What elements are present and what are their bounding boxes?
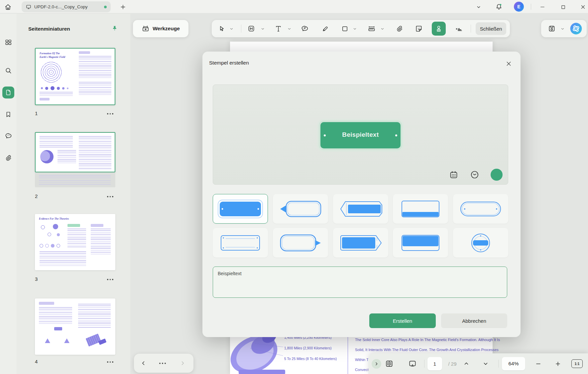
stamp-text-input[interactable] xyxy=(213,267,507,298)
previous-page-caret[interactable] xyxy=(461,353,472,374)
page-thumbnail-2-overflow[interactable] xyxy=(35,172,115,187)
page-thumbnail-2[interactable] xyxy=(35,132,115,172)
maximize-button[interactable] xyxy=(559,3,567,11)
pin-panel-button[interactable] xyxy=(110,24,119,33)
highlighter-tool[interactable] xyxy=(319,20,331,37)
page-icon xyxy=(5,89,12,96)
cancel-button[interactable]: Abbrechen xyxy=(441,313,507,328)
chevron-right-icon xyxy=(374,361,379,366)
stamp-color-swatch[interactable] xyxy=(491,169,503,181)
stamp-template-filled-pointed-right[interactable] xyxy=(333,228,388,258)
heading-style-tool[interactable] xyxy=(246,20,257,37)
rail-item-search[interactable] xyxy=(2,65,14,77)
save-options-chevron[interactable] xyxy=(558,20,566,37)
attachment-tool[interactable] xyxy=(394,20,405,37)
book-view-icon xyxy=(385,359,394,368)
two-page-view-button[interactable] xyxy=(383,353,396,374)
tools-menu-button[interactable]: Werkzeuge xyxy=(133,20,188,37)
heading-style-chevron[interactable] xyxy=(258,20,267,37)
page-number-input[interactable] xyxy=(427,357,442,370)
rail-item-attachments[interactable] xyxy=(2,152,14,164)
stamp-template-pointed-ends-filled[interactable] xyxy=(333,194,388,224)
next-page-caret[interactable] xyxy=(480,353,491,374)
stamp-tool-active[interactable] xyxy=(432,22,446,36)
notifications-button[interactable] xyxy=(495,3,503,11)
page-thumbnail-4[interactable] xyxy=(35,298,115,355)
ellipsis-icon xyxy=(159,363,166,364)
thumb3-tag2 xyxy=(91,224,103,227)
next-page-button-disabled[interactable] xyxy=(176,354,188,373)
stamp-template-outline-corner-dots[interactable] xyxy=(213,228,268,258)
presentation-button[interactable] xyxy=(406,353,419,374)
stamp-template-pill-outline-dots[interactable] xyxy=(453,194,508,224)
thumb3-more-button[interactable] xyxy=(107,279,113,280)
save-button[interactable] xyxy=(546,20,557,37)
callout-middle-core: 1,800 Miles (2,900 Kilometers) xyxy=(284,346,331,350)
shapes-tool[interactable] xyxy=(339,20,350,37)
rail-item-comments[interactable] xyxy=(2,130,14,142)
sticker-tool[interactable] xyxy=(413,20,424,37)
ai-assistant-button[interactable] xyxy=(570,22,582,35)
close-annotation-button[interactable]: Schließen xyxy=(476,22,506,35)
stamp-template-outline-arrow-right[interactable] xyxy=(273,228,328,258)
bell-icon xyxy=(495,3,503,11)
comment-tool[interactable] xyxy=(299,20,310,37)
new-tab-button[interactable] xyxy=(119,3,127,11)
chevron-down-icon xyxy=(260,26,265,31)
thumb3-rings-row xyxy=(40,243,66,248)
document-tab[interactable]: UPDF-2.0-c..._Copy_Copy xyxy=(22,1,111,12)
zoom-out-button[interactable] xyxy=(532,353,544,374)
select-tool-chevron[interactable] xyxy=(227,20,236,37)
rail-item-overview[interactable] xyxy=(2,36,14,48)
prev-page-button[interactable] xyxy=(137,354,149,373)
rail-item-page-thumbnails[interactable] xyxy=(2,87,14,98)
cursor-icon xyxy=(218,25,225,33)
select-tool[interactable] xyxy=(216,20,227,37)
marker-icon xyxy=(321,25,329,33)
chevron-down-icon xyxy=(476,4,482,10)
dialog-close-button[interactable] xyxy=(503,58,515,70)
avatar[interactable]: E xyxy=(514,2,524,12)
text-tool-chevron[interactable] xyxy=(285,20,294,37)
zoom-value-box[interactable]: 64% xyxy=(502,357,525,370)
thumb1-more-button[interactable] xyxy=(107,113,113,114)
stamp-template-outline-arrow-left[interactable] xyxy=(273,194,328,224)
close-window-button[interactable] xyxy=(579,3,587,11)
thumb1-number: 1 xyxy=(35,110,38,116)
titlebar-divider xyxy=(531,4,531,10)
expand-statusbar-button[interactable] xyxy=(372,359,381,369)
app-window: 1,400 Miles (2,250 Kilometers) 1,800 Mil… xyxy=(0,0,588,374)
measure-tool[interactable] xyxy=(366,20,377,37)
signature-tool[interactable] xyxy=(453,20,465,37)
home-button[interactable] xyxy=(3,2,13,12)
thumb2-more-button[interactable] xyxy=(107,196,113,197)
zoom-value: 64% xyxy=(508,361,519,367)
rail-item-brand[interactable] xyxy=(2,371,14,374)
add-date-button[interactable] xyxy=(448,169,460,181)
pages-more-button[interactable] xyxy=(157,354,169,373)
chevron-down-icon xyxy=(352,26,357,31)
create-button[interactable]: Erstellen xyxy=(369,313,436,328)
search-icon xyxy=(5,67,12,75)
page-thumbnail-1[interactable]: Formation Of The Earth's Magnetic Field xyxy=(35,48,115,105)
text-tool[interactable] xyxy=(273,20,284,37)
monitor-icon xyxy=(26,4,32,10)
rail-item-bookmarks[interactable] xyxy=(2,108,14,120)
actual-size-button[interactable]: 1:1 xyxy=(570,353,584,374)
stamp-template-outline-bottom-bar[interactable] xyxy=(393,194,448,224)
unsaved-dot xyxy=(104,6,107,8)
page-thumbnail-3[interactable]: Evidence For The Theories xyxy=(35,214,115,270)
measure-tool-chevron[interactable] xyxy=(378,20,387,37)
heading-icon xyxy=(247,25,255,33)
titlebar-chevron-button[interactable] xyxy=(474,3,483,11)
stamp-template-filled-top-bar[interactable] xyxy=(393,228,448,258)
shapes-tool-chevron[interactable] xyxy=(350,20,359,37)
stamp-template-circle-seal[interactable] xyxy=(453,228,508,258)
stamp-template-filled-rounded-dots[interactable] xyxy=(213,194,268,224)
minimize-button[interactable] xyxy=(538,3,547,11)
add-time-button[interactable] xyxy=(469,169,481,181)
stamp-preview[interactable]: Beispieltext xyxy=(320,122,401,148)
zoom-in-button[interactable] xyxy=(552,353,563,374)
thumb4-more-button[interactable] xyxy=(107,361,113,363)
paperclip-icon xyxy=(396,25,403,33)
